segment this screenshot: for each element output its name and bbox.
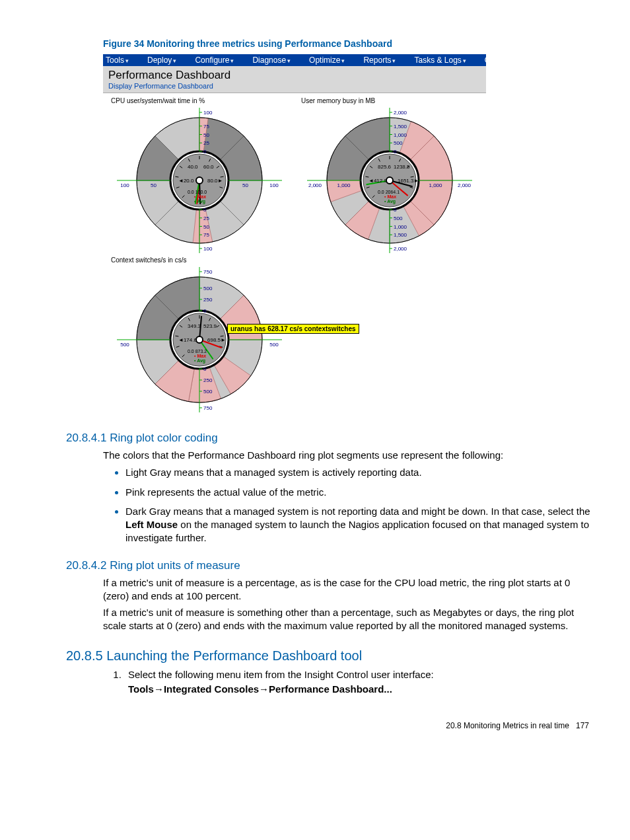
ring-ctx-svg: 349.3523.9◄174.6698.5►0.0 873.2▪ Max▪ Av…: [107, 264, 292, 416]
menu-help[interactable]: Help▾: [535, 56, 565, 65]
svg-text:500: 500: [394, 215, 403, 221]
footer-section: 20.8 Monitoring Metrics in real time: [446, 721, 569, 730]
svg-text:50: 50: [203, 132, 209, 138]
menu-deploy[interactable]: Deploy▾: [147, 56, 186, 65]
menu-tools[interactable]: Tools▾: [106, 56, 138, 65]
list-item: Pink represents the actual value of the …: [125, 486, 590, 499]
svg-text:◄174.6: ◄174.6: [178, 337, 197, 343]
ring-cpu-label: CPU user/system/wait time in %: [111, 97, 292, 104]
menu-reports[interactable]: Reports▾: [363, 56, 405, 65]
ring-mem-label: User memory busy in MB: [301, 97, 482, 104]
svg-text:2,000: 2,000: [394, 110, 407, 116]
svg-text:80.0►: 80.0►: [207, 178, 223, 184]
svg-text:250: 250: [203, 377, 213, 383]
svg-text:25: 25: [203, 215, 209, 221]
page-footer: 20.8 Monitoring Metrics in real time 177: [66, 721, 590, 730]
svg-text:0: 0: [203, 366, 207, 372]
figure-caption: Figure 34 Monitoring three metrics using…: [103, 38, 590, 49]
svg-text:523.9: 523.9: [203, 323, 217, 329]
svg-text:500: 500: [203, 286, 213, 291]
svg-point-120: [196, 336, 203, 343]
svg-text:1,000: 1,000: [394, 132, 407, 138]
menubar: Tools▾Deploy▾Configure▾Diagnose▾Optimize…: [103, 54, 486, 66]
svg-text:250: 250: [203, 297, 213, 303]
svg-text:2,000: 2,000: [308, 182, 322, 188]
list-item: Dark Gray means that a managed system is…: [125, 505, 590, 544]
menu-taskslogs[interactable]: Tasks & Logs▾: [414, 56, 475, 65]
svg-text:100: 100: [120, 182, 129, 188]
svg-text:750: 750: [203, 269, 213, 275]
svg-text:40.0: 40.0: [188, 164, 198, 170]
ring-mem: User memory busy in MB 825.61238.5◄412.8…: [297, 97, 482, 256]
dashboard-title: Performance Dashboard: [108, 69, 482, 82]
svg-text:1651.3►: 1651.3►: [398, 178, 419, 184]
svg-text:▪ Max: ▪ Max: [194, 194, 206, 199]
svg-text:825.6: 825.6: [378, 164, 392, 170]
ring-cpu-svg: 40.060.0◄20.080.0►0.0 100.0▪ Max▪ Avg100…: [107, 104, 292, 256]
step-1-text: Select the following menu item from the …: [128, 669, 434, 680]
svg-text:349.3: 349.3: [188, 323, 201, 329]
svg-text:75: 75: [203, 232, 209, 238]
svg-text:500: 500: [394, 140, 403, 146]
svg-text:0: 0: [203, 308, 207, 314]
svg-text:2,000: 2,000: [458, 182, 472, 188]
heading-20-8-4-2: 20.8.4.2 Ring plot units of measure: [66, 559, 590, 572]
para-20-8-4-2-a: If a metric's unit of measure is a perce…: [103, 576, 590, 603]
svg-text:0: 0: [203, 149, 207, 155]
list-20-8-4-1: Light Gray means that a managed system i…: [116, 466, 590, 545]
svg-text:698.5►: 698.5►: [207, 337, 226, 343]
svg-text:500: 500: [269, 342, 279, 348]
svg-text:750: 750: [203, 405, 213, 411]
menu-optimize[interactable]: Optimize▾: [309, 56, 354, 65]
svg-text:1,000: 1,000: [429, 182, 442, 188]
svg-text:500: 500: [120, 342, 129, 348]
svg-text:1,500: 1,500: [394, 124, 407, 130]
menu-configure[interactable]: Configure▾: [195, 56, 243, 65]
para-20-8-4-2-b: If a metric's unit of measure is somethi…: [103, 606, 590, 632]
svg-text:▪ Max: ▪ Max: [384, 194, 396, 199]
dashboard-header: Performance Dashboard Display Performanc…: [103, 66, 486, 93]
svg-text:1,000: 1,000: [337, 182, 351, 188]
step-1: Select the following menu item from the …: [124, 668, 590, 697]
svg-text:1,000: 1,000: [394, 224, 407, 230]
svg-text:25: 25: [203, 140, 209, 146]
dashboard-subtitle[interactable]: Display Performance Dashboard: [108, 82, 482, 90]
svg-text:50: 50: [151, 182, 157, 188]
svg-text:0: 0: [394, 149, 397, 155]
svg-text:50: 50: [242, 182, 248, 188]
svg-text:0.0 100.0: 0.0 100.0: [188, 190, 207, 194]
para-20-8-4-1-intro: The colors that the Performance Dashboar…: [103, 449, 590, 462]
svg-point-16: [196, 177, 203, 184]
step-1-menupath: Tools→Integrated Consoles→Performance Da…: [128, 683, 392, 695]
svg-point-68: [386, 177, 393, 184]
svg-text:1238.5: 1238.5: [394, 164, 410, 170]
ring-ctx: Context switches/s in cs/s 349.3523.9◄17…: [107, 256, 292, 416]
svg-text:▪ Max: ▪ Max: [194, 354, 206, 358]
svg-text:▪ Avg: ▪ Avg: [384, 199, 396, 204]
svg-text:0: 0: [203, 207, 207, 213]
ring-ctx-label: Context switches/s in cs/s: [111, 256, 292, 264]
svg-text:2,000: 2,000: [394, 246, 407, 252]
ring-cpu: CPU user/system/wait time in % 40.060.0◄…: [107, 97, 292, 256]
svg-text:0: 0: [394, 207, 397, 213]
ring-ctx-tooltip: uranus has 628.17 cs/s contextswitches: [227, 324, 359, 334]
heading-20-8-5: 20.8.5 Launching the Performance Dashboa…: [66, 648, 590, 664]
plot-area: CPU user/system/wait time in % 40.060.0◄…: [103, 93, 486, 417]
list-item: Light Gray means that a managed system i…: [125, 466, 590, 479]
steps-20-8-5: Select the following menu item from the …: [104, 668, 590, 697]
dashboard-screenshot: Tools▾Deploy▾Configure▾Diagnose▾Optimize…: [103, 54, 486, 417]
svg-text:75: 75: [203, 124, 209, 130]
svg-text:60.0: 60.0: [203, 164, 214, 170]
svg-text:0.0 2064.1: 0.0 2064.1: [378, 190, 400, 194]
svg-text:100: 100: [203, 110, 213, 116]
svg-text:◄20.0: ◄20.0: [178, 178, 194, 184]
svg-text:500: 500: [203, 389, 213, 395]
menu-options[interactable]: Options▾: [485, 56, 526, 65]
ring-mem-svg: 825.61238.5◄412.81651.3►0.0 2064.1▪ Max▪…: [297, 104, 482, 256]
menu-diagnose[interactable]: Diagnose▾: [252, 56, 300, 65]
svg-text:100: 100: [269, 182, 279, 188]
svg-text:0.0 873.2: 0.0 873.2: [188, 349, 207, 354]
svg-text:1,500: 1,500: [394, 232, 407, 238]
svg-text:◄412.8: ◄412.8: [368, 178, 387, 184]
svg-text:▪ Avg: ▪ Avg: [194, 358, 205, 363]
